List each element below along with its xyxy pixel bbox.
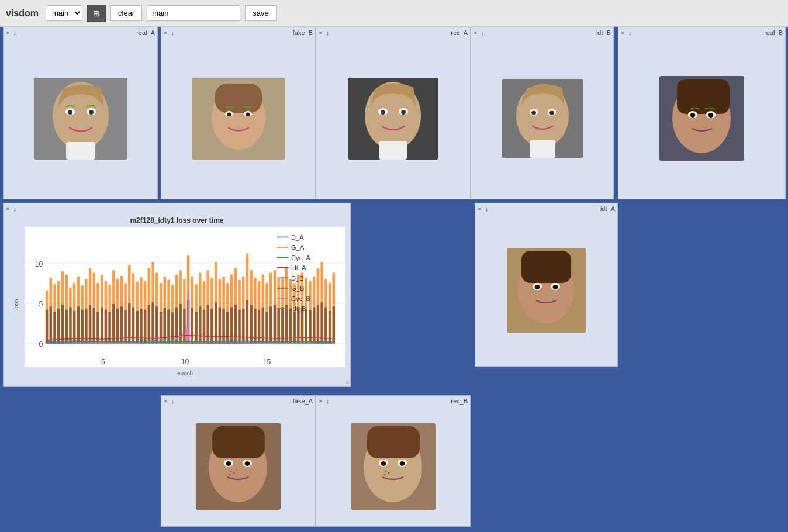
svg-rect-158 — [199, 306, 201, 343]
svg-rect-160 — [206, 305, 209, 344]
svg-rect-131 — [93, 308, 95, 344]
svg-rect-163 — [219, 307, 221, 343]
svg-point-228 — [236, 469, 237, 471]
svg-text:G_A: G_A — [291, 244, 305, 251]
panel-idt-b: × ↓ idt_B — [471, 27, 614, 199]
svg-rect-120 — [50, 306, 52, 343]
svg-point-223 — [226, 461, 231, 466]
svg-point-235 — [400, 461, 405, 466]
title-idt-a: idt_A — [488, 205, 615, 212]
title-rec-a: rec_A — [329, 29, 468, 36]
svg-rect-159 — [203, 310, 205, 344]
svg-rect-125 — [69, 307, 71, 343]
close-rec-b[interactable]: × — [319, 398, 322, 405]
close-fake-b[interactable]: × — [164, 29, 167, 36]
title-rec-b: rec_B — [329, 398, 468, 405]
svg-rect-20 — [379, 141, 407, 160]
close-rec-a[interactable]: × — [319, 29, 322, 36]
title-idt-b: idt_B — [484, 29, 611, 36]
svg-point-26 — [549, 111, 554, 115]
svg-rect-213 — [521, 251, 571, 283]
svg-rect-136 — [112, 304, 115, 344]
svg-rect-172 — [254, 309, 256, 344]
y-axis-label: loss — [13, 299, 19, 310]
svg-text:Cyc_A: Cyc_A — [291, 254, 311, 261]
svg-rect-123 — [61, 305, 64, 344]
title-fake-a: fake_A — [174, 398, 313, 405]
panel-chart: × ↓ m2f128_idty1 loss over time loss — [3, 203, 351, 387]
svg-rect-149 — [164, 308, 166, 344]
svg-rect-139 — [124, 310, 126, 344]
panel-real-b: × ↓ real_B — [618, 27, 786, 199]
svg-rect-220 — [212, 426, 265, 458]
svg-point-33 — [690, 113, 696, 118]
svg-text:Cyc_B: Cyc_B — [291, 295, 310, 302]
svg-rect-145 — [148, 305, 150, 344]
close-real-b[interactable]: × — [621, 29, 624, 36]
close-idt-a[interactable]: × — [478, 205, 481, 212]
svg-rect-166 — [230, 307, 233, 343]
svg-rect-9 — [215, 84, 262, 113]
svg-point-227 — [229, 474, 231, 475]
name-input[interactable] — [147, 5, 240, 21]
svg-point-25 — [531, 111, 536, 115]
panel-rec-b: × ↓ rec_B — [316, 395, 471, 527]
svg-rect-122 — [57, 309, 60, 344]
svg-rect-186 — [309, 310, 311, 344]
svg-rect-124 — [65, 310, 67, 344]
svg-rect-167 — [234, 305, 237, 344]
svg-point-18 — [381, 110, 385, 115]
grid-button[interactable]: ⊞ — [87, 5, 106, 22]
svg-point-5 — [89, 110, 94, 115]
close-idt-b[interactable]: × — [474, 29, 477, 36]
env-select[interactable]: main — [46, 5, 82, 21]
clear-button[interactable]: clear — [110, 5, 142, 21]
svg-rect-169 — [242, 309, 244, 344]
svg-text:5: 5 — [39, 300, 43, 309]
close-real-a[interactable]: × — [6, 29, 9, 36]
panel-fake-a: × ↓ fake_A — [161, 395, 316, 527]
svg-point-238 — [384, 474, 386, 475]
svg-rect-173 — [258, 310, 260, 344]
svg-rect-151 — [171, 312, 174, 343]
svg-rect-121 — [53, 312, 56, 344]
svg-text:15: 15 — [263, 358, 271, 366]
svg-text:D_B: D_B — [291, 275, 304, 282]
resize-handle-chart[interactable]: » — [345, 379, 349, 385]
svg-rect-150 — [167, 310, 170, 344]
x-axis-label: epoch — [25, 370, 345, 376]
svg-point-12 — [227, 112, 231, 116]
svg-point-4 — [68, 110, 72, 115]
svg-rect-133 — [101, 307, 103, 343]
svg-rect-175 — [265, 312, 268, 344]
svg-text:0: 0 — [39, 340, 43, 348]
svg-point-234 — [381, 461, 386, 466]
svg-rect-182 — [293, 312, 295, 344]
panel-idt-a: × ↓ idt_A — [475, 203, 618, 367]
svg-point-19 — [401, 110, 406, 115]
svg-point-236 — [385, 470, 387, 472]
title-fake-b: fake_B — [174, 29, 313, 36]
save-button[interactable]: save — [245, 5, 276, 21]
close-chart[interactable]: × — [6, 205, 9, 212]
svg-rect-130 — [89, 305, 91, 344]
svg-rect-168 — [238, 310, 240, 344]
svg-rect-157 — [195, 312, 197, 344]
svg-point-34 — [708, 113, 714, 118]
title-real-b: real_B — [631, 29, 783, 36]
svg-rect-27 — [530, 140, 555, 158]
min-chart[interactable]: ↓ — [13, 205, 16, 212]
loss-chart: 0 5 10 5 10 15 — [25, 227, 345, 367]
title-real-a: real_A — [16, 29, 155, 36]
svg-rect-154 — [183, 309, 185, 344]
svg-rect-142 — [136, 311, 138, 344]
svg-point-13 — [246, 112, 250, 116]
app-title: visdom — [6, 8, 39, 19]
grid-icon: ⊞ — [93, 9, 100, 18]
svg-point-224 — [245, 461, 250, 466]
svg-text:D_A: D_A — [291, 234, 304, 241]
svg-rect-192 — [333, 306, 335, 343]
svg-rect-177 — [274, 305, 276, 344]
svg-point-237 — [388, 472, 390, 474]
close-fake-a[interactable]: × — [164, 398, 167, 405]
